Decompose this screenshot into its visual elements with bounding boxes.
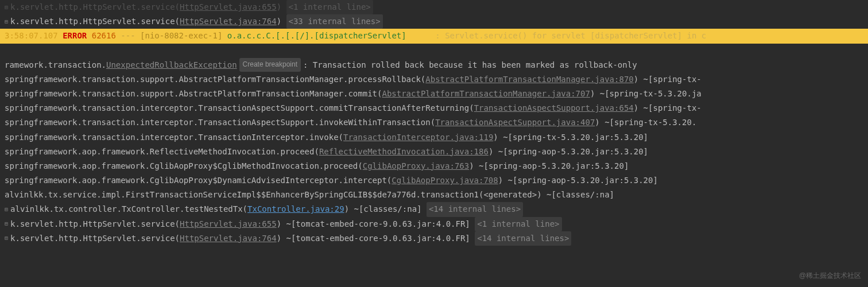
- source-link[interactable]: TransactionAspectSupport.java:654: [474, 101, 634, 115]
- stack-line: springframework.aop.framework.CglibAopPr…: [0, 173, 868, 188]
- stack-text: springframework.transaction.support.Abst…: [5, 72, 425, 87]
- stack-text: ) ~[tomcat-embed-core-9.0.63.jar:4.0.FR]: [277, 231, 470, 246]
- stack-text: ) ~[spring-aop-5.3.20.jar:5.3.20]: [489, 145, 648, 159]
- timestamp: 3:58:07.107: [5, 29, 58, 43]
- thread-name: [nio-8082-exec-1]: [140, 29, 222, 43]
- stack-line: ⊞ k.servlet.http.HttpServlet.service(Htt…: [0, 14, 868, 29]
- stack-line: ⊞ k.servlet.http.HttpServlet.service(Htt…: [0, 217, 868, 231]
- stack-text: ) ~[spring-tx-5.3.20.jar:5.3.20]: [493, 130, 648, 145]
- process-id: 62616: [92, 29, 116, 43]
- source-link[interactable]: TransactionInterceptor.java:119: [343, 130, 493, 145]
- source-link[interactable]: CglibAopProxy.java:763: [363, 159, 469, 173]
- internal-lines[interactable]: <14 internal lines>: [475, 231, 571, 246]
- stack-line: springframework.transaction.support.Abst…: [0, 72, 868, 87]
- source-link[interactable]: CglibAopProxy.java:708: [392, 173, 498, 188]
- stack-line: springframework.aop.framework.CglibAopPr…: [0, 159, 868, 173]
- stack-text: alvinlkk.tx.controller.TxController.test…: [10, 202, 247, 216]
- stack-text: ) ~[spring-tx-: [634, 101, 702, 115]
- exception-line: ramework.transaction.UnexpectedRollbackE…: [0, 58, 868, 72]
- stack-text: ) ~[spring-tx-5.3.20.: [595, 115, 696, 130]
- log-message: Servlet.service() for servlet [dispatche…: [445, 29, 706, 43]
- stack-text: springframework.transaction.interceptor.…: [5, 115, 435, 130]
- source-link[interactable]: AbstractPlatformTransactionManager.java:…: [382, 87, 590, 101]
- stack-line: springframework.transaction.support.Abst…: [0, 87, 868, 101]
- separator: ---: [121, 29, 135, 43]
- stack-text: k.servlet.http.HttpServlet.service(: [10, 14, 180, 29]
- source-link[interactable]: HttpServlet.java:655: [180, 217, 277, 231]
- logger-name: o.a.c.c.C.[.[.[/].[dispatcherServlet]: [227, 29, 406, 43]
- log-colon: :: [435, 29, 440, 43]
- stack-text: k.servlet.http.HttpServlet.service(: [10, 231, 180, 246]
- stack-text: ) ~[spring-tx-: [634, 72, 702, 87]
- source-link[interactable]: HttpServlet.java:764: [180, 231, 277, 246]
- stack-line: springframework.transaction.interceptor.…: [0, 130, 868, 145]
- stack-line: ⊞ k.servlet.http.HttpServlet.service(Htt…: [0, 231, 868, 246]
- internal-lines[interactable]: <1 internal line>: [475, 217, 561, 231]
- stack-line: springframework.aop.framework.Reflective…: [0, 145, 868, 159]
- log-level: ERROR: [63, 29, 87, 43]
- stack-line: ⊞ alvinlkk.tx.controller.TxController.te…: [0, 202, 868, 216]
- stack-text: k.servlet.http.HttpServlet.service(: [10, 0, 180, 14]
- fold-icon[interactable]: ⊞: [5, 2, 8, 13]
- stack-line: alvinlkk.tx.service.impl.FirstTransactio…: [0, 188, 868, 202]
- exception-prefix: ramework.transaction.: [5, 58, 106, 72]
- stack-text: ) ~[spring-aop-5.3.20.jar:5.3.20]: [469, 159, 629, 173]
- fold-icon[interactable]: ⊞: [5, 17, 8, 27]
- stack-line: springframework.transaction.interceptor.…: [0, 115, 868, 130]
- exception-message: : Transaction rolled back because it has…: [303, 58, 637, 72]
- internal-lines[interactable]: <14 internal lines>: [427, 202, 523, 216]
- stack-text: springframework.aop.framework.CglibAopPr…: [5, 173, 392, 188]
- stack-text: ) ~[spring-tx-5.3.20.ja: [590, 87, 702, 101]
- fold-icon[interactable]: ⊞: [5, 233, 8, 243]
- exception-link[interactable]: UnexpectedRollbackException: [106, 58, 237, 72]
- stack-text: ) ~[tomcat-embed-core-9.0.63.jar:4.0.FR]: [277, 217, 470, 231]
- stack-text: alvinlkk.tx.service.impl.FirstTransactio…: [5, 188, 614, 202]
- source-link[interactable]: ReflectiveMethodInvocation.java:186: [319, 145, 489, 159]
- stack-text: ) ~[spring-aop-5.3.20.jar:5.3.20]: [498, 173, 658, 188]
- stack-text: springframework.aop.framework.CglibAopPr…: [5, 159, 363, 173]
- source-link[interactable]: TransactionAspectSupport.java:407: [435, 115, 595, 130]
- source-link[interactable]: HttpServlet.java:655: [180, 0, 277, 14]
- stack-text: springframework.aop.framework.Reflective…: [5, 145, 319, 159]
- log-line-error: 3:58:07.107 ERROR 62616 --- [nio-8082-ex…: [0, 29, 868, 43]
- fold-icon[interactable]: ⊞: [5, 219, 8, 229]
- create-breakpoint-button[interactable]: Create breakpoint: [239, 58, 301, 72]
- stack-text: ): [277, 14, 281, 29]
- source-link[interactable]: AbstractPlatformTransactionManager.java:…: [425, 72, 633, 87]
- stack-text: springframework.transaction.support.Abst…: [5, 87, 382, 101]
- stack-line: springframework.transaction.interceptor.…: [0, 101, 868, 115]
- fold-icon[interactable]: ⊞: [5, 204, 8, 215]
- stack-line: ⊞ k.servlet.http.HttpServlet.service(Htt…: [0, 0, 868, 14]
- stack-text: springframework.transaction.interceptor.…: [5, 130, 343, 145]
- source-link[interactable]: HttpServlet.java:764: [180, 14, 277, 29]
- stack-text: k.servlet.http.HttpServlet.service(: [10, 217, 180, 231]
- stack-text: springframework.transaction.interceptor.…: [5, 101, 474, 115]
- stack-text: ) ~[classes/:na]: [344, 202, 422, 216]
- internal-lines[interactable]: <33 internal lines>: [286, 14, 383, 29]
- internal-lines[interactable]: <1 internal line>: [286, 0, 373, 14]
- stack-text: ): [277, 0, 281, 14]
- watermark: @稀土掘金技术社区: [799, 270, 861, 282]
- source-link[interactable]: TxController.java:29: [247, 202, 344, 216]
